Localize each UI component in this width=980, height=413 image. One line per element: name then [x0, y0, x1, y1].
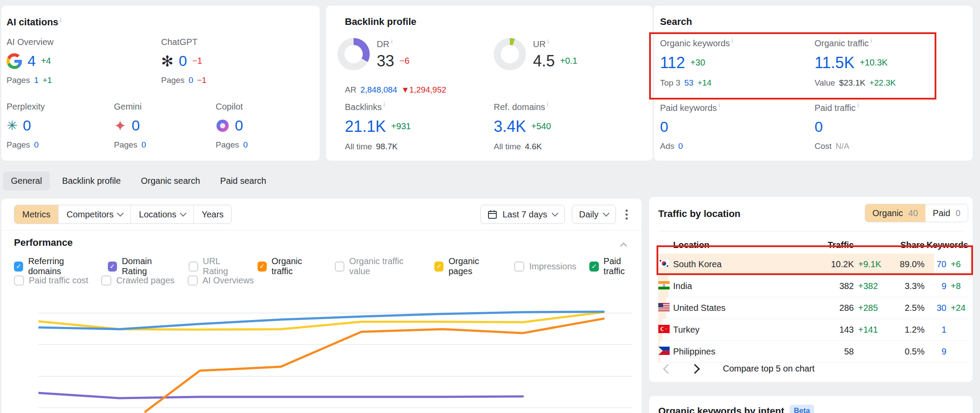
ref-domains-value[interactable]: 3.4K	[494, 117, 526, 136]
keywords-value[interactable]: 30	[925, 303, 946, 313]
checkbox-icon[interactable]: ✓	[108, 262, 117, 272]
toggle-paid[interactable]: Paid 0	[925, 204, 968, 222]
metric-organic-keywords: Organic keywordsi 112 +30 Top 3 53 +14	[660, 37, 733, 88]
checkbox-icon[interactable]: ✓	[14, 262, 23, 272]
compare-top5-link[interactable]: Compare top 5 on chart	[723, 364, 815, 374]
perplexity-value[interactable]: 0	[23, 117, 31, 134]
dr-donut-gauge	[337, 38, 370, 70]
locations-filter-button[interactable]: Locations	[131, 205, 193, 224]
info-icon: i	[391, 38, 392, 45]
more-options-menu-icon[interactable]	[623, 207, 630, 222]
organic-traffic-value[interactable]: 11.5K	[815, 54, 854, 72]
metric-dr: DRi 33 −6	[337, 38, 409, 70]
flag-ph-icon	[658, 347, 670, 355]
search-card: Search Organic keywordsi 112 +30 Top 3 5…	[654, 6, 973, 161]
dr-value: 33	[377, 52, 394, 70]
traffic-value: 382	[814, 281, 854, 291]
location-row-south-korea[interactable]: South Korea10.2K+9.1K89.0%70+6	[658, 254, 968, 275]
chatgpt-value[interactable]: 0	[179, 52, 187, 69]
share-value: 89.0%	[883, 259, 925, 269]
years-filter-button[interactable]: Years	[193, 205, 231, 224]
checkbox-referring-domains[interactable]: ✓Referring domains	[14, 256, 95, 276]
keywords-delta: +8	[946, 281, 968, 291]
performance-line-chart[interactable]	[38, 296, 632, 413]
keywords-by-intent-panel: Organic keywords by intentBeta	[649, 396, 973, 413]
checkbox-icon[interactable]	[188, 275, 198, 286]
competitors-filter-button[interactable]: Competitors	[58, 205, 131, 224]
date-range-button[interactable]: Last 7 days	[480, 205, 564, 224]
backlinks-value[interactable]: 21.1K	[345, 117, 386, 136]
toggle-organic[interactable]: Organic 40	[865, 204, 925, 222]
checkbox-crawled-pages[interactable]: Crawled pages	[101, 275, 174, 286]
tab-organic-search[interactable]: Organic search	[133, 172, 208, 190]
checkbox-paid-traffic-cost[interactable]: Paid traffic cost	[14, 275, 88, 286]
checkbox-organic-traffic[interactable]: ✓Organic traffic	[258, 256, 322, 276]
copilot-value[interactable]: 0	[235, 117, 243, 134]
metric-copilot: Copilot 0 Pages 0	[216, 102, 248, 150]
next-page-icon[interactable]	[690, 364, 700, 374]
paid-keywords-value[interactable]: 0	[660, 118, 668, 135]
organic-paid-toggle: Organic 40 Paid 0	[865, 204, 968, 222]
performance-panel: Metrics Competitors Locations Years Last…	[1, 199, 642, 413]
checkbox-icon[interactable]	[189, 262, 198, 272]
checkbox-organic-traffic-value[interactable]: Organic traffic value	[335, 256, 421, 276]
checkbox-icon[interactable]	[101, 275, 111, 286]
metrics-filter-button[interactable]: Metrics	[14, 205, 58, 224]
checkbox-icon[interactable]: ✓	[589, 262, 598, 272]
chatgpt-pages[interactable]: 0	[189, 76, 193, 85]
ai-overview-pages[interactable]: 1	[34, 76, 39, 85]
share-value: 2.5%	[883, 303, 925, 313]
ai-citations-title: AI citationsi	[7, 16, 62, 28]
tab-general[interactable]: General	[3, 172, 50, 190]
location-row-united-states[interactable]: United States286+2852.5%30+24	[658, 297, 968, 319]
date-controls: Last 7 days Daily	[480, 205, 630, 224]
checkbox-icon[interactable]	[514, 262, 524, 272]
metric-ur: URi 4.5 +0.1	[494, 38, 578, 70]
traffic-value: 58	[814, 347, 854, 357]
location-row-turkey[interactable]: Turkey143+1411.2%1	[658, 319, 968, 341]
keywords-value[interactable]: 9	[925, 281, 946, 291]
checkbox-icon[interactable]: ✓	[258, 262, 267, 272]
ahrefs-rank-value[interactable]: 2,848,084	[360, 85, 397, 95]
location-row-india[interactable]: India382+3823.3%9+8	[658, 275, 968, 297]
checkbox-paid-traffic[interactable]: ✓Paid traffic	[589, 256, 642, 276]
keywords-value[interactable]: 70	[925, 259, 946, 269]
checkbox-organic-pages[interactable]: ✓Organic pages	[434, 256, 501, 276]
checkbox-label: Impressions	[529, 262, 576, 272]
paid-traffic-value[interactable]: 0	[815, 118, 823, 135]
checkbox-impressions[interactable]: Impressions	[514, 262, 576, 272]
info-icon: i	[870, 37, 872, 44]
metric-checkbox-row-2: Paid traffic costCrawled pagesAI Overvie…	[14, 275, 254, 286]
location-name: Philippines	[673, 347, 814, 357]
keywords-value[interactable]: 9	[925, 347, 946, 357]
metric-ai-overview: AI Overview 4 +4 Pages 1 +1	[7, 37, 54, 85]
checkbox-domain-rating[interactable]: ✓Domain Rating	[108, 256, 175, 276]
checkbox-icon[interactable]	[14, 275, 24, 286]
keywords-value[interactable]: 1	[925, 325, 946, 335]
gemini-pages[interactable]: 0	[141, 140, 146, 150]
checkbox-label: Domain Rating	[122, 256, 175, 276]
traffic-value: 286	[814, 303, 854, 313]
top3-value[interactable]: 53	[684, 78, 693, 88]
checkbox-icon[interactable]	[335, 262, 344, 272]
checkbox-label: Organic pages	[448, 256, 501, 276]
traffic-by-location-title: Traffic by location	[658, 208, 740, 220]
chevron-down-icon	[117, 210, 124, 217]
traffic-value: 10.2K	[814, 259, 854, 269]
gemini-value[interactable]: 0	[132, 117, 140, 134]
organic-keywords-value[interactable]: 112	[660, 54, 685, 72]
prev-page-icon[interactable]	[663, 364, 673, 374]
granularity-button[interactable]: Daily	[572, 205, 616, 224]
checkbox-ai-overviews[interactable]: AI Overviews	[188, 275, 254, 286]
collapse-section-icon[interactable]	[620, 243, 627, 250]
share-value: 0.5%	[883, 347, 925, 357]
tab-backlink-profile[interactable]: Backlink profile	[54, 172, 129, 190]
checkbox-icon[interactable]: ✓	[434, 262, 444, 272]
tab-paid-search[interactable]: Paid search	[212, 172, 274, 190]
copilot-pages[interactable]: 0	[243, 140, 248, 150]
ai-overview-value[interactable]: 4	[28, 52, 36, 69]
checkbox-url-rating[interactable]: URL Rating	[189, 256, 244, 276]
checkbox-label: URL Rating	[203, 256, 244, 276]
perplexity-pages[interactable]: 0	[34, 140, 39, 150]
location-row-philippines[interactable]: Philippines580.5%9	[658, 341, 968, 363]
